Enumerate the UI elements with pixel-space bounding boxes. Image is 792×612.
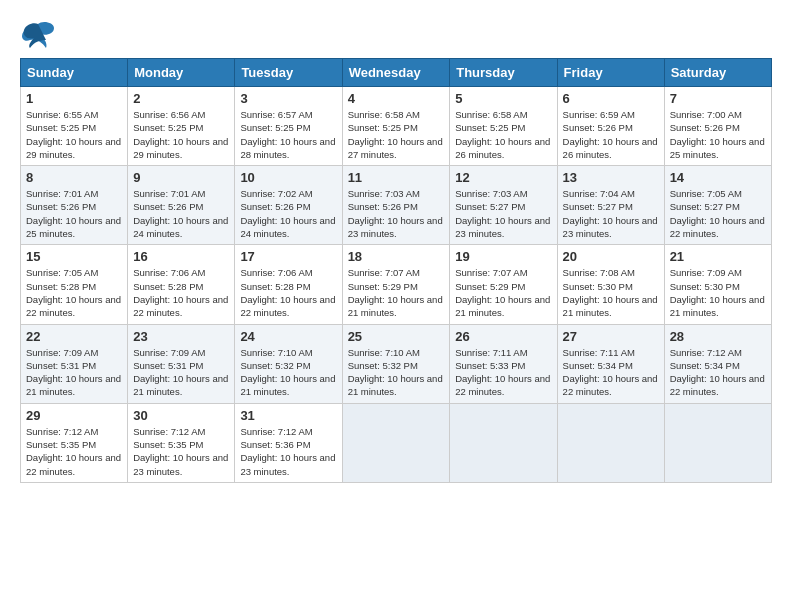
day-number: 23 xyxy=(133,329,229,344)
calendar-cell: 11 Sunrise: 7:03 AM Sunset: 5:26 PM Dayl… xyxy=(342,166,450,245)
page-header xyxy=(20,20,772,48)
day-info: Sunrise: 7:07 AM Sunset: 5:29 PM Dayligh… xyxy=(455,266,551,319)
calendar-cell xyxy=(342,403,450,482)
sunrise-text: Sunrise: 7:06 AM xyxy=(133,267,205,278)
day-number: 2 xyxy=(133,91,229,106)
calendar-cell: 4 Sunrise: 6:58 AM Sunset: 5:25 PM Dayli… xyxy=(342,87,450,166)
day-info: Sunrise: 7:05 AM Sunset: 5:27 PM Dayligh… xyxy=(670,187,766,240)
sunset-text: Sunset: 5:26 PM xyxy=(26,201,96,212)
logo xyxy=(20,20,60,48)
sunset-text: Sunset: 5:26 PM xyxy=(563,122,633,133)
day-number: 26 xyxy=(455,329,551,344)
daylight-text: Daylight: 10 hours and 28 minutes. xyxy=(240,136,335,160)
calendar-table: SundayMondayTuesdayWednesdayThursdayFrid… xyxy=(20,58,772,483)
calendar-cell: 24 Sunrise: 7:10 AM Sunset: 5:32 PM Dayl… xyxy=(235,324,342,403)
logo-bird-icon xyxy=(20,20,56,48)
sunset-text: Sunset: 5:28 PM xyxy=(133,281,203,292)
sunset-text: Sunset: 5:27 PM xyxy=(670,201,740,212)
sunset-text: Sunset: 5:35 PM xyxy=(133,439,203,450)
sunset-text: Sunset: 5:34 PM xyxy=(670,360,740,371)
calendar-cell: 29 Sunrise: 7:12 AM Sunset: 5:35 PM Dayl… xyxy=(21,403,128,482)
calendar-cell: 17 Sunrise: 7:06 AM Sunset: 5:28 PM Dayl… xyxy=(235,245,342,324)
daylight-text: Daylight: 10 hours and 23 minutes. xyxy=(133,452,228,476)
day-info: Sunrise: 6:58 AM Sunset: 5:25 PM Dayligh… xyxy=(348,108,445,161)
daylight-text: Daylight: 10 hours and 23 minutes. xyxy=(563,215,658,239)
day-info: Sunrise: 7:06 AM Sunset: 5:28 PM Dayligh… xyxy=(240,266,336,319)
sunrise-text: Sunrise: 7:08 AM xyxy=(563,267,635,278)
daylight-text: Daylight: 10 hours and 23 minutes. xyxy=(240,452,335,476)
calendar-cell: 2 Sunrise: 6:56 AM Sunset: 5:25 PM Dayli… xyxy=(128,87,235,166)
day-info: Sunrise: 7:12 AM Sunset: 5:36 PM Dayligh… xyxy=(240,425,336,478)
sunset-text: Sunset: 5:30 PM xyxy=(670,281,740,292)
day-info: Sunrise: 7:00 AM Sunset: 5:26 PM Dayligh… xyxy=(670,108,766,161)
sunrise-text: Sunrise: 7:03 AM xyxy=(348,188,420,199)
calendar-cell: 13 Sunrise: 7:04 AM Sunset: 5:27 PM Dayl… xyxy=(557,166,664,245)
weekday-header-monday: Monday xyxy=(128,59,235,87)
sunset-text: Sunset: 5:25 PM xyxy=(26,122,96,133)
day-number: 29 xyxy=(26,408,122,423)
daylight-text: Daylight: 10 hours and 21 minutes. xyxy=(240,373,335,397)
day-info: Sunrise: 7:12 AM Sunset: 5:35 PM Dayligh… xyxy=(133,425,229,478)
calendar-cell: 6 Sunrise: 6:59 AM Sunset: 5:26 PM Dayli… xyxy=(557,87,664,166)
sunrise-text: Sunrise: 6:56 AM xyxy=(133,109,205,120)
daylight-text: Daylight: 10 hours and 22 minutes. xyxy=(133,294,228,318)
calendar-cell: 26 Sunrise: 7:11 AM Sunset: 5:33 PM Dayl… xyxy=(450,324,557,403)
calendar-week-row: 22 Sunrise: 7:09 AM Sunset: 5:31 PM Dayl… xyxy=(21,324,772,403)
day-info: Sunrise: 7:12 AM Sunset: 5:34 PM Dayligh… xyxy=(670,346,766,399)
daylight-text: Daylight: 10 hours and 26 minutes. xyxy=(563,136,658,160)
day-number: 27 xyxy=(563,329,659,344)
sunrise-text: Sunrise: 7:07 AM xyxy=(348,267,420,278)
day-number: 1 xyxy=(26,91,122,106)
day-number: 15 xyxy=(26,249,122,264)
day-info: Sunrise: 7:05 AM Sunset: 5:28 PM Dayligh… xyxy=(26,266,122,319)
daylight-text: Daylight: 10 hours and 23 minutes. xyxy=(455,215,550,239)
daylight-text: Daylight: 10 hours and 22 minutes. xyxy=(26,452,121,476)
day-info: Sunrise: 6:58 AM Sunset: 5:25 PM Dayligh… xyxy=(455,108,551,161)
sunset-text: Sunset: 5:34 PM xyxy=(563,360,633,371)
sunset-text: Sunset: 5:31 PM xyxy=(133,360,203,371)
sunrise-text: Sunrise: 6:59 AM xyxy=(563,109,635,120)
daylight-text: Daylight: 10 hours and 27 minutes. xyxy=(348,136,443,160)
daylight-text: Daylight: 10 hours and 22 minutes. xyxy=(563,373,658,397)
sunrise-text: Sunrise: 7:09 AM xyxy=(670,267,742,278)
daylight-text: Daylight: 10 hours and 29 minutes. xyxy=(26,136,121,160)
calendar-cell: 7 Sunrise: 7:00 AM Sunset: 5:26 PM Dayli… xyxy=(664,87,771,166)
sunset-text: Sunset: 5:28 PM xyxy=(26,281,96,292)
daylight-text: Daylight: 10 hours and 22 minutes. xyxy=(26,294,121,318)
sunset-text: Sunset: 5:26 PM xyxy=(348,201,418,212)
day-info: Sunrise: 7:08 AM Sunset: 5:30 PM Dayligh… xyxy=(563,266,659,319)
sunrise-text: Sunrise: 7:05 AM xyxy=(26,267,98,278)
sunrise-text: Sunrise: 7:12 AM xyxy=(133,426,205,437)
calendar-cell: 15 Sunrise: 7:05 AM Sunset: 5:28 PM Dayl… xyxy=(21,245,128,324)
day-number: 3 xyxy=(240,91,336,106)
day-number: 8 xyxy=(26,170,122,185)
sunset-text: Sunset: 5:33 PM xyxy=(455,360,525,371)
day-number: 14 xyxy=(670,170,766,185)
daylight-text: Daylight: 10 hours and 22 minutes. xyxy=(670,373,765,397)
day-number: 18 xyxy=(348,249,445,264)
sunset-text: Sunset: 5:27 PM xyxy=(455,201,525,212)
sunrise-text: Sunrise: 7:01 AM xyxy=(26,188,98,199)
day-info: Sunrise: 7:02 AM Sunset: 5:26 PM Dayligh… xyxy=(240,187,336,240)
calendar-cell: 25 Sunrise: 7:10 AM Sunset: 5:32 PM Dayl… xyxy=(342,324,450,403)
weekday-header-tuesday: Tuesday xyxy=(235,59,342,87)
day-info: Sunrise: 6:59 AM Sunset: 5:26 PM Dayligh… xyxy=(563,108,659,161)
day-number: 25 xyxy=(348,329,445,344)
sunset-text: Sunset: 5:29 PM xyxy=(455,281,525,292)
day-info: Sunrise: 7:03 AM Sunset: 5:27 PM Dayligh… xyxy=(455,187,551,240)
sunset-text: Sunset: 5:25 PM xyxy=(133,122,203,133)
calendar-cell: 20 Sunrise: 7:08 AM Sunset: 5:30 PM Dayl… xyxy=(557,245,664,324)
sunset-text: Sunset: 5:25 PM xyxy=(455,122,525,133)
day-number: 4 xyxy=(348,91,445,106)
day-info: Sunrise: 7:04 AM Sunset: 5:27 PM Dayligh… xyxy=(563,187,659,240)
calendar-cell xyxy=(450,403,557,482)
calendar-cell xyxy=(664,403,771,482)
sunset-text: Sunset: 5:30 PM xyxy=(563,281,633,292)
daylight-text: Daylight: 10 hours and 21 minutes. xyxy=(133,373,228,397)
sunset-text: Sunset: 5:32 PM xyxy=(348,360,418,371)
daylight-text: Daylight: 10 hours and 21 minutes. xyxy=(455,294,550,318)
day-info: Sunrise: 7:09 AM Sunset: 5:30 PM Dayligh… xyxy=(670,266,766,319)
day-number: 10 xyxy=(240,170,336,185)
daylight-text: Daylight: 10 hours and 23 minutes. xyxy=(348,215,443,239)
day-info: Sunrise: 6:55 AM Sunset: 5:25 PM Dayligh… xyxy=(26,108,122,161)
